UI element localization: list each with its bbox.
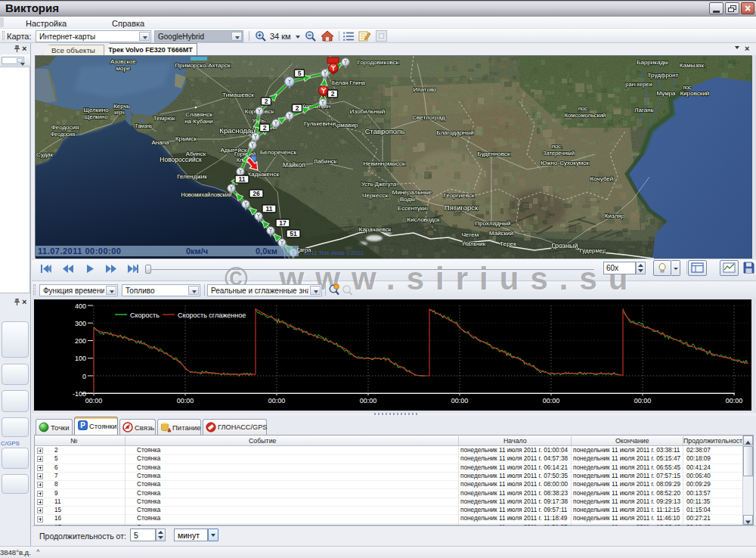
svg-text:Скорость сглаженное: Скорость сглаженное	[178, 312, 246, 319]
svg-text:Приморско-Ахтарск: Приморско-Ахтарск	[175, 62, 231, 69]
svg-text:Прохладный: Прохладный	[476, 220, 511, 227]
svg-text:Нальчик: Нальчик	[463, 240, 486, 247]
svg-text:-100: -100	[73, 390, 86, 398]
svg-text:Темрюк: Темрюк	[153, 115, 175, 122]
svg-text:пос.: пос.	[552, 143, 562, 150]
svg-text:0км/ч: 0км/ч	[186, 246, 208, 256]
svg-text:2011 Tele Atlas ©2011: 2011 Tele Atlas ©2011	[304, 250, 364, 256]
svg-text:Камызяк: Камызяк	[680, 62, 704, 69]
svg-text:Затеречный: Затеречный	[543, 150, 575, 157]
svg-text:Ставрополь: Ставрополь	[365, 127, 405, 135]
svg-text:Феодосия: Феодосия	[51, 132, 75, 138]
svg-text:Грозный: Грозный	[552, 242, 578, 250]
svg-text:Азовское: Азовское	[110, 58, 137, 65]
svg-text:00:00: 00:00	[726, 397, 743, 405]
svg-text:00:00: 00:00	[268, 397, 286, 405]
svg-text:11: 11	[266, 205, 273, 212]
svg-text:Георгиевск: Георгиевск	[444, 192, 475, 199]
svg-text:0: 0	[82, 373, 86, 380]
svg-text:Майский: Майский	[489, 230, 513, 237]
svg-text:Краснодар: Краснодар	[219, 126, 255, 135]
svg-text:Кисловодск: Кисловодск	[407, 216, 440, 223]
svg-text:Терек: Терек	[500, 240, 516, 247]
svg-text:Кизляр: Кизляр	[605, 212, 625, 219]
svg-text:2: 2	[263, 124, 267, 132]
svg-text:Хадыженск: Хадыженск	[247, 171, 279, 178]
svg-text:00:00: 00:00	[85, 397, 103, 405]
svg-text:00:00: 00:00	[543, 397, 560, 405]
svg-text:Крымск: Крымск	[175, 135, 197, 142]
svg-text:на Кубани: на Кубани	[184, 118, 213, 125]
svg-text:300: 300	[75, 320, 86, 327]
svg-text:ран-хереи: ран-хереи	[625, 81, 652, 88]
svg-text:2: 2	[331, 90, 335, 98]
svg-text:пос: пос	[683, 85, 692, 90]
svg-text:Гудермес: Гудермес	[579, 247, 606, 254]
svg-text:керч: керч	[114, 110, 124, 116]
svg-text:Ипатово: Ипатово	[414, 86, 438, 93]
svg-text:Гулькевичи: Гулькевичи	[304, 120, 336, 127]
svg-text:море: море	[116, 65, 131, 72]
svg-text:Невинномысск: Невинномысск	[364, 160, 405, 167]
svg-text:Керчь: Керчь	[113, 103, 130, 110]
svg-text:Кировский: Кировский	[680, 90, 710, 97]
svg-text:Карачаевск: Карачаевск	[359, 226, 392, 233]
svg-text:Комсомольский: Комсомольский	[565, 112, 606, 119]
svg-text:Ессентуки: Ессентуки	[398, 205, 426, 212]
svg-text:0,0км: 0,0км	[256, 246, 277, 256]
svg-text:Благодарный: Благодарный	[436, 129, 474, 136]
svg-text:Буденновск: Буденновск	[478, 150, 510, 157]
svg-text:00:00: 00:00	[177, 397, 194, 405]
svg-text:Тамань: Тамань	[135, 123, 153, 129]
svg-text:26: 26	[253, 190, 260, 197]
svg-text:2: 2	[265, 98, 268, 105]
svg-text:Щелкино: Щелкино	[83, 107, 109, 113]
svg-text:Скорость: Скорость	[130, 312, 160, 319]
svg-text:Майкоп: Майкоп	[283, 161, 305, 169]
svg-text:00:00: 00:00	[451, 397, 469, 405]
svg-text:2: 2	[296, 104, 299, 112]
svg-text:Лабинск: Лабинск	[314, 158, 337, 165]
svg-text:пос.: пос.	[578, 105, 589, 112]
svg-text:Славянск: Славянск	[185, 111, 212, 118]
svg-text:Новороссийск: Новороссийск	[160, 156, 202, 163]
svg-text:Армавир: Армавир	[333, 122, 358, 129]
svg-text:Анапа: Анапа	[152, 139, 170, 146]
svg-text:Белореченск: Белореченск	[260, 149, 296, 156]
svg-text:Мумра: Мумра	[656, 90, 676, 97]
svg-text:11.07.2011 00:00:00: 11.07.2011 00:00:00	[38, 246, 121, 256]
svg-text:400: 400	[75, 302, 86, 310]
svg-text:17: 17	[279, 219, 287, 227]
svg-text:Изобильный: Изобильный	[350, 108, 385, 115]
svg-text:Геленджик: Геленджик	[177, 173, 207, 180]
svg-text:Щелкино: Щелкино	[84, 113, 107, 120]
svg-text:Трудфронт: Трудфронт	[648, 72, 679, 79]
svg-text:00:00: 00:00	[360, 397, 377, 405]
svg-text:Пятигорск: Пятигорск	[445, 203, 479, 212]
svg-text:P: P	[80, 421, 85, 429]
svg-text:100: 100	[75, 355, 86, 362]
svg-text:11: 11	[239, 175, 246, 183]
svg-text:200: 200	[75, 337, 86, 345]
svg-text:00:00: 00:00	[634, 397, 652, 405]
svg-text:Судак: Судак	[36, 151, 54, 158]
svg-text:Новомихайловский: Новомихайловский	[181, 191, 232, 198]
svg-text:Усть-Джегута: Усть-Джегута	[361, 181, 397, 188]
svg-text:Минеральные: Минеральные	[392, 189, 432, 196]
svg-text:Кочубей: Кочубей	[590, 175, 614, 182]
svg-text:Белая Глина: Белая Глина	[332, 79, 366, 86]
svg-text:Светлоград: Светлоград	[412, 114, 445, 121]
svg-text:51: 51	[290, 230, 297, 237]
svg-text:Воды: Воды	[400, 196, 415, 203]
svg-text:5: 5	[298, 70, 302, 77]
svg-text:Лагань: Лагань	[634, 107, 653, 113]
svg-text:Феодосия: Феодосия	[51, 124, 79, 131]
svg-text:Баррикады: Баррикады	[637, 59, 668, 66]
svg-text:Черкесск: Черкесск	[362, 192, 388, 199]
svg-text:Южно-Сухокумск: Южно-Сухокумск	[541, 160, 589, 166]
svg-text:Тимашевск: Тимашевск	[222, 91, 254, 98]
svg-text:Чегем: Чегем	[462, 231, 479, 238]
svg-text:Городовиковск: Городовиковск	[358, 59, 399, 66]
